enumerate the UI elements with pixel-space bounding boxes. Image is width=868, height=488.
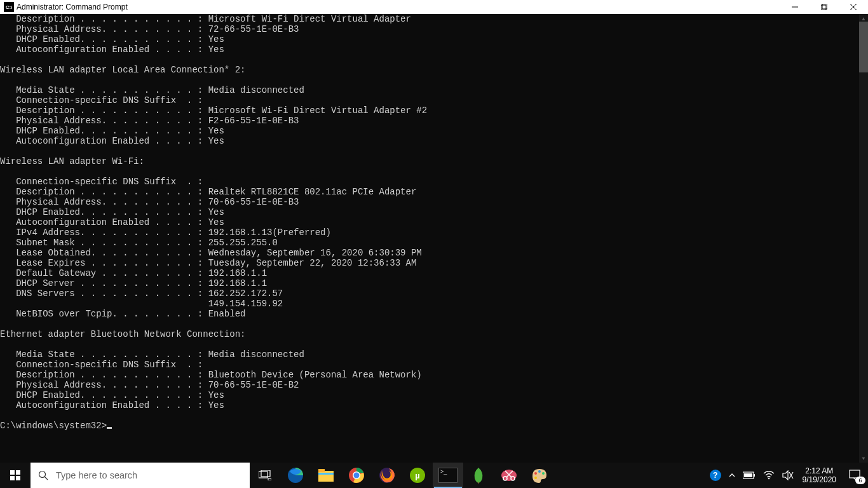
- taskbar-cmd[interactable]: >_: [433, 463, 463, 488]
- cmd-icon: C:\: [4, 2, 14, 12]
- cmd-icon-label: C:\: [6, 4, 13, 10]
- search-box[interactable]: Type here to search: [31, 463, 250, 488]
- scroll-down-arrow[interactable]: ▼: [859, 454, 868, 463]
- svg-rect-7: [10, 476, 15, 480]
- svg-line-10: [45, 477, 48, 480]
- taskbar-file-explorer[interactable]: [311, 463, 341, 488]
- svg-rect-1: [821, 5, 826, 10]
- close-button[interactable]: [839, 0, 868, 14]
- task-view-button[interactable]: [250, 463, 280, 488]
- svg-rect-8: [16, 476, 20, 480]
- clock-date: 9/19/2020: [803, 475, 836, 484]
- taskbar-firefox[interactable]: [372, 463, 402, 488]
- console-output[interactable]: Description . . . . . . . . . . . : Micr…: [0, 14, 859, 463]
- taskbar-mongodb[interactable]: [463, 463, 494, 488]
- minimize-button[interactable]: [780, 0, 810, 14]
- svg-point-30: [542, 472, 545, 475]
- tray-wifi-icon[interactable]: [759, 463, 778, 488]
- svg-point-9: [39, 471, 46, 478]
- svg-point-28: [534, 472, 537, 475]
- scrollbar-thumb[interactable]: [859, 22, 868, 72]
- tray-notifications[interactable]: 6: [841, 463, 868, 488]
- tray-volume-icon[interactable]: [778, 463, 797, 488]
- taskbar-utorrent[interactable]: µ: [402, 463, 433, 488]
- svg-rect-17: [318, 473, 334, 475]
- cursor: [107, 427, 112, 429]
- svg-marker-36: [783, 471, 788, 480]
- tray-clock[interactable]: 2:12 AM 9/19/2020: [797, 466, 841, 484]
- clock-time: 2:12 AM: [803, 466, 836, 475]
- search-icon: [31, 470, 56, 480]
- taskbar: Type here to search µ >_: [0, 463, 868, 488]
- start-button[interactable]: [0, 463, 31, 488]
- system-tray: ? 2:12 AM 9/19/2020 6: [706, 463, 868, 488]
- svg-rect-5: [10, 470, 15, 475]
- tray-help-icon[interactable]: ?: [706, 463, 725, 488]
- notification-badge: 6: [855, 477, 865, 484]
- tray-battery-icon[interactable]: [739, 463, 759, 488]
- taskbar-chrome[interactable]: [341, 463, 372, 488]
- svg-rect-2: [822, 4, 827, 9]
- taskbar-edge[interactable]: [280, 463, 311, 488]
- maximize-button[interactable]: [810, 0, 839, 14]
- svg-point-29: [538, 470, 541, 473]
- svg-rect-34: [744, 473, 752, 477]
- svg-point-31: [534, 477, 537, 479]
- scrollbar-vertical[interactable]: ▲ ▼: [859, 14, 868, 463]
- svg-rect-33: [754, 474, 755, 477]
- window-titlebar: C:\ Administrator: Command Prompt: [0, 0, 868, 14]
- taskbar-snipping-tool[interactable]: [494, 463, 524, 488]
- taskbar-paint[interactable]: [524, 463, 555, 488]
- console-area: Description . . . . . . . . . . . : Micr…: [0, 14, 868, 463]
- svg-point-20: [354, 473, 360, 478]
- search-placeholder: Type here to search: [56, 470, 137, 480]
- svg-rect-15: [318, 471, 334, 482]
- taskbar-pinned: µ >_: [250, 463, 555, 488]
- window-title: Administrator: Command Prompt: [17, 3, 128, 11]
- svg-rect-6: [16, 470, 20, 475]
- svg-point-35: [768, 478, 770, 480]
- svg-rect-16: [318, 469, 325, 472]
- svg-rect-13: [268, 478, 271, 480]
- tray-chevron-up-icon[interactable]: [725, 463, 739, 488]
